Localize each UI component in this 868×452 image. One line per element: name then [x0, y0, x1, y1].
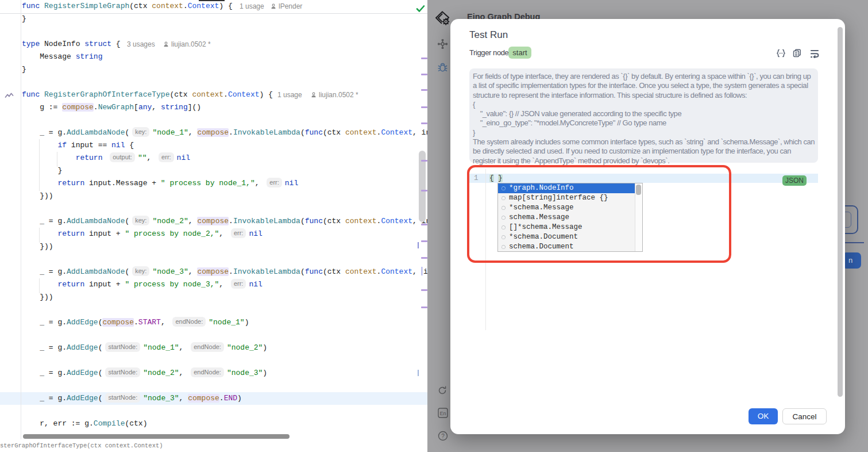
svg-text:?: ? [441, 433, 445, 439]
svg-text:En: En [439, 411, 446, 416]
